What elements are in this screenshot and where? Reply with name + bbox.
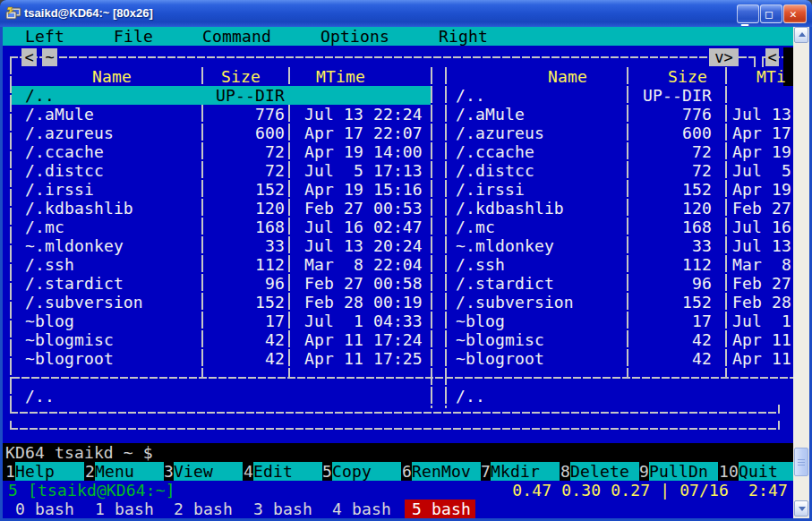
fkey-button-pulldn[interactable]: PullDn <box>649 462 718 481</box>
right-file-name[interactable]: /.subversion <box>456 293 574 312</box>
right-file-name[interactable]: ~blogmisc <box>456 330 544 349</box>
left-file-name[interactable]: /.mc <box>25 218 64 236</box>
scrollbar-up-button[interactable] <box>794 27 808 43</box>
screen-window-info: 5 [tsaikd@KD64:~] <box>8 481 175 500</box>
left-panel-left-border <box>10 57 12 413</box>
putty-window: tsaikd@KD64:~ [80x26] ▁ □ ✕ < ~ v> < Nam… <box>0 0 812 521</box>
right-header-name: Name <box>548 67 587 86</box>
right-file-name[interactable]: ~.mldonkey <box>456 236 554 255</box>
right-header-size: Size <box>668 67 707 86</box>
screen-tab-5[interactable]: 5 bash <box>412 500 471 518</box>
left-file-name[interactable]: /.irssi <box>25 180 94 199</box>
left-file-name[interactable]: /.stardict <box>25 274 124 293</box>
panel-path-box[interactable]: ~ <box>42 48 57 66</box>
left-panel-right-border <box>431 67 432 408</box>
fkey-button-delete[interactable]: Delete <box>570 462 639 481</box>
screen-tab-1[interactable]: 1 bash <box>95 500 154 518</box>
left-file-name[interactable]: ~blogroot <box>25 349 114 368</box>
maximize-button[interactable]: □ <box>760 4 782 23</box>
right-file-name[interactable]: /.azureus <box>456 124 544 142</box>
right-file-name[interactable]: /.irssi <box>456 180 525 199</box>
right-col-sep-1 <box>627 67 628 377</box>
thumb-grip <box>798 462 805 463</box>
putty-icon <box>5 5 21 21</box>
left-file-name[interactable]: /.ssh <box>25 255 74 274</box>
left-file-name[interactable]: /.subversion <box>25 293 143 312</box>
right-file-name[interactable]: /.kdbashlib <box>456 199 564 218</box>
fkey-button-copy[interactable]: Copy <box>332 462 401 481</box>
right-file-name[interactable]: /.ssh <box>456 255 505 274</box>
ministatus-separator <box>12 377 793 379</box>
menu-item-options[interactable]: Options <box>321 27 389 46</box>
scrollbar-down-button[interactable] <box>794 500 808 517</box>
left-file-name[interactable]: ~blogmisc <box>25 330 114 349</box>
load-and-clock: 0.47 0.30 0.27 | 07/16 2:47 <box>512 481 788 500</box>
panel-sort-button[interactable]: v> <box>709 48 739 66</box>
window-border-left <box>0 27 3 521</box>
down-arrow-icon <box>799 507 806 511</box>
right-file-name[interactable]: /.stardict <box>456 274 554 293</box>
right-file-name[interactable]: /.ccache <box>456 142 534 161</box>
panel-top-border <box>10 56 756 58</box>
left-file-name[interactable]: /.kdbashlib <box>25 199 133 218</box>
fkey-button-edit[interactable]: Edit <box>253 462 322 481</box>
left-col-sep-2 <box>288 67 290 377</box>
screen-tab-0[interactable]: 0 bash <box>15 500 74 518</box>
left-header-size: Size <box>221 67 261 86</box>
right-panel-top-corner <box>762 56 764 67</box>
left-header-name: Name <box>92 67 132 86</box>
left-file-name[interactable]: /.distcc <box>25 161 104 180</box>
menu-item-file[interactable]: File <box>114 27 153 46</box>
panel-top-corner-right <box>754 56 756 67</box>
screen-tab-3[interactable]: 3 bash <box>253 500 312 518</box>
right-mini-status: /.. <box>456 387 485 406</box>
menu-item-command[interactable]: Command <box>202 27 271 46</box>
bottom-corner-2r <box>778 421 780 429</box>
panel-bottom-border-1 <box>10 412 780 414</box>
maximize-icon: □ <box>765 8 773 20</box>
selected-row-size: UP--DIR <box>216 86 285 105</box>
minimize-button[interactable]: ▁ <box>737 4 759 23</box>
panel-bottom-border-2 <box>10 428 780 430</box>
window-title: tsaikd@KD64:~ [80x26] <box>24 6 153 21</box>
screen-tab-4[interactable]: 4 bash <box>332 500 391 518</box>
scrollbar-thumb[interactable] <box>794 448 808 476</box>
fkey-button-mkdir[interactable]: Mkdir <box>491 462 560 481</box>
history-back-button[interactable]: < <box>21 48 37 66</box>
fkey-button-menu[interactable]: Menu <box>95 462 164 481</box>
fkey-button-renmov[interactable]: RenMov <box>412 462 481 481</box>
up-arrow-icon <box>799 32 806 37</box>
right-file-name[interactable]: /.aMule <box>456 105 525 124</box>
left-file-name[interactable]: /.azureus <box>25 124 114 142</box>
menu-item-left[interactable]: Left <box>25 27 64 46</box>
right-up-row-name[interactable]: /.. <box>456 86 485 105</box>
thumb-grip <box>798 459 805 460</box>
shell-prompt[interactable]: KD64 tsaikd ~ $ <box>5 443 153 462</box>
right-file-name[interactable]: /.mc <box>456 218 495 236</box>
left-file-name[interactable]: /.ccache <box>25 142 104 161</box>
fkey-button-quit[interactable]: Quit <box>739 462 794 481</box>
left-mini-status: /.. <box>25 387 55 406</box>
titlebar[interactable]: tsaikd@KD64:~ [80x26] ▁ □ ✕ <box>0 0 812 27</box>
right-up-row-size: UP--DIR <box>643 86 712 105</box>
right-file-name[interactable]: ~blog <box>456 312 505 330</box>
close-button[interactable]: ✕ <box>783 4 807 23</box>
right-file-name[interactable]: /.distcc <box>456 161 534 180</box>
screen-tab-2[interactable]: 2 bash <box>174 500 233 518</box>
right-file-name[interactable]: ~blogroot <box>456 349 544 368</box>
minimize-icon: ▁ <box>741 13 748 25</box>
right-panel-left-border <box>445 67 447 408</box>
right-header-mtime: MTime <box>756 67 786 86</box>
bottom-corner-1r <box>778 405 780 413</box>
fkey-button-help[interactable]: Help <box>15 462 84 481</box>
left-col-sep-1 <box>201 67 203 377</box>
left-file-name[interactable]: /.aMule <box>25 105 94 124</box>
right-history-back-button[interactable]: < <box>765 48 779 66</box>
selected-row-name[interactable]: /.. <box>25 86 55 105</box>
bottom-corner-2l <box>10 421 12 429</box>
left-file-name[interactable]: ~blog <box>25 312 74 330</box>
fkey-button-view[interactable]: View <box>174 462 243 481</box>
menu-item-right[interactable]: Right <box>439 27 488 46</box>
left-file-name[interactable]: ~.mldonkey <box>25 236 124 255</box>
scrollbar-track[interactable] <box>793 27 809 518</box>
